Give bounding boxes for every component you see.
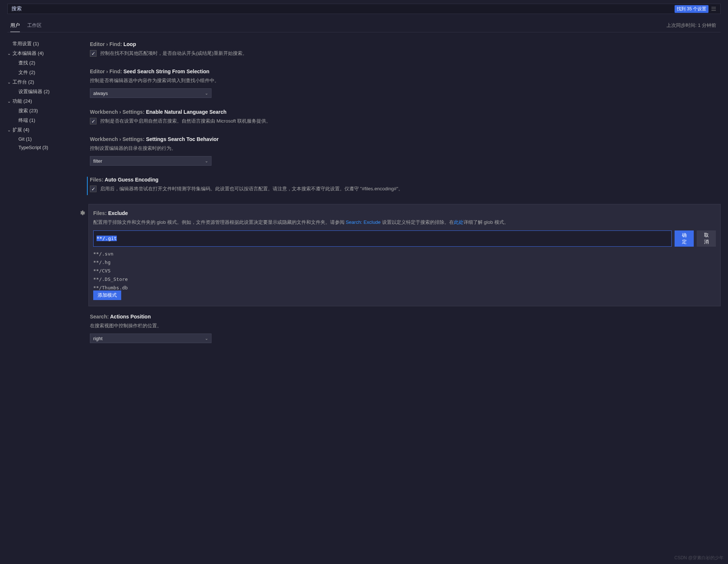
setting-enable-nls: Workbench › Settings: Enable Natural Lan… xyxy=(88,105,721,133)
toc-item-label: 查找 (2) xyxy=(18,60,35,66)
chevron-down-icon: ⌄ xyxy=(7,80,13,85)
link-search-exclude[interactable]: Search: Exclude xyxy=(346,219,381,225)
exclude-list-item[interactable]: **/.DS_Store xyxy=(93,275,716,283)
settings-toc: 常用设置 (1)⌄文本编辑器 (4)查找 (2)文件 (2)⌄工作台 (2)设置… xyxy=(7,38,85,350)
exclude-list-item[interactable]: **/Thumbs.db xyxy=(93,283,716,292)
chevron-down-icon: ⌄ xyxy=(7,99,13,104)
toc-item[interactable]: 设置编辑器 (2) xyxy=(7,87,85,96)
toc-item[interactable]: 查找 (2) xyxy=(7,58,85,68)
toc-item[interactable]: 搜索 (23) xyxy=(7,106,85,116)
chevron-down-icon: ⌄ xyxy=(205,159,208,163)
select-actions-position[interactable]: right ⌄ xyxy=(90,334,211,343)
toc-item[interactable]: 终端 (1) xyxy=(7,116,85,125)
exclude-pattern-input[interactable] xyxy=(93,230,672,247)
modified-indicator xyxy=(87,177,88,195)
search-result-badge: 找到 35 个设置 xyxy=(675,5,708,13)
exclude-list: **/.svn**/.hg**/CVS**/.DS_Store**/Thumbs… xyxy=(93,250,716,292)
toc-item-label: 设置编辑器 (2) xyxy=(18,88,50,95)
filter-icon[interactable] xyxy=(711,6,717,12)
select-toc-behavior[interactable]: filter ⌄ xyxy=(90,156,211,166)
toc-item[interactable]: 常用设置 (1) xyxy=(7,39,85,49)
setting-files-exclude: Files: Exclude 配置用于排除文件和文件夹的 glob 模式。例如，… xyxy=(88,204,721,306)
gear-icon[interactable] xyxy=(79,210,85,217)
exclude-list-item[interactable]: **/.svn xyxy=(93,250,716,258)
toc-item-label: 扩展 (4) xyxy=(13,127,29,133)
settings-search-input[interactable] xyxy=(11,6,675,12)
tab-user[interactable]: 用户 xyxy=(10,18,20,32)
toc-item-label: 常用设置 (1) xyxy=(13,40,39,47)
exclude-list-item[interactable]: **/.hg xyxy=(93,258,716,267)
watermark: CSDN @穿素白衫的少年 xyxy=(674,555,724,561)
setting-actions-position: Search: Actions Position 在搜索视图中控制操作栏的位置。… xyxy=(88,310,721,350)
exclude-description: 配置用于排除文件和文件夹的 glob 模式。例如，文件资源管理器根据此设置决定要… xyxy=(93,218,716,226)
toc-item[interactable]: ⌄工作台 (2) xyxy=(7,77,85,87)
ok-button[interactable]: 确定 xyxy=(675,230,694,247)
checkbox[interactable] xyxy=(90,186,97,192)
chevron-down-icon: ⌄ xyxy=(7,128,13,133)
toc-item-label: 文本编辑器 (4) xyxy=(13,50,44,57)
setting-editor-find-loop: Editor › Find: Loop 控制在找不到其他匹配项时，是否自动从开头… xyxy=(88,38,721,65)
toc-item-label: 工作台 (2) xyxy=(13,79,34,85)
setting-toc-behavior: Workbench › Settings: Settings Search To… xyxy=(88,133,721,173)
toc-item-label: 功能 (24) xyxy=(13,98,32,105)
toc-item-label: 文件 (2) xyxy=(18,69,35,76)
exclude-list-item[interactable]: **/CVS xyxy=(93,267,716,275)
setting-editor-find-seed: Editor › Find: Seed Search String From S… xyxy=(88,65,721,105)
toc-item[interactable]: ⌄文本编辑器 (4) xyxy=(7,49,85,58)
tab-workspace[interactable]: 工作区 xyxy=(27,18,42,32)
toc-item[interactable]: Git (1) xyxy=(7,135,85,143)
toc-item-label: Git (1) xyxy=(18,136,32,142)
setting-auto-guess-encoding: Files: Auto Guess Encoding 启用后，编辑器将尝试在打开… xyxy=(88,173,721,200)
cancel-button[interactable]: 取消 xyxy=(697,230,716,247)
settings-search-bar[interactable]: 找到 35 个设置 xyxy=(7,4,721,14)
toc-item[interactable]: ⌄扩展 (4) xyxy=(7,125,85,135)
toc-item[interactable]: 文件 (2) xyxy=(7,68,85,77)
sync-status: 上次同步时间: 1 分钟前 xyxy=(666,22,718,29)
chevron-down-icon: ⌄ xyxy=(7,51,13,56)
link-here[interactable]: 此处 xyxy=(454,219,463,225)
toc-item-label: 终端 (1) xyxy=(18,117,35,124)
toc-item-label: TypeScript (3) xyxy=(18,145,48,150)
toc-item[interactable]: ⌄功能 (24) xyxy=(7,96,85,106)
chevron-down-icon: ⌄ xyxy=(205,336,208,341)
chevron-down-icon: ⌄ xyxy=(205,91,208,96)
select-seed[interactable]: always ⌄ xyxy=(90,88,211,98)
checkbox[interactable] xyxy=(90,118,97,124)
toc-item[interactable]: TypeScript (3) xyxy=(7,143,85,152)
checkbox[interactable] xyxy=(90,50,97,57)
toc-item-label: 搜索 (23) xyxy=(18,107,38,114)
add-pattern-button[interactable]: 添加模式 xyxy=(93,290,121,300)
